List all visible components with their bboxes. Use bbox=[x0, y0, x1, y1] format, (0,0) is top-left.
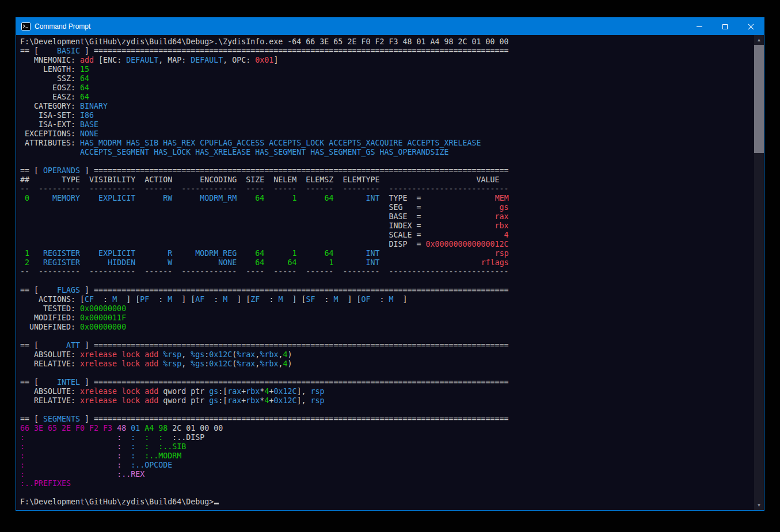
window-title: Command Prompt bbox=[35, 22, 686, 30]
console-text-segment: LENGTH: bbox=[20, 65, 80, 74]
console-text-segment: SEG = bbox=[20, 203, 421, 212]
close-icon bbox=[748, 24, 754, 30]
console-text-segment: MEM bbox=[421, 194, 509, 202]
console-text-segment: 64 bbox=[273, 258, 296, 267]
console-text-segment: RELATIVE: bbox=[20, 396, 80, 405]
console-text-segment: 0x12C bbox=[273, 387, 296, 396]
console-text-segment: gs bbox=[209, 387, 218, 396]
console-text-segment: :..SIB bbox=[158, 442, 186, 451]
console-text-segment bbox=[25, 433, 117, 442]
console-text-segment: 64 bbox=[80, 93, 89, 101]
console-line: 1 REGISTER EXPLICIT R MODRM_REG 64 1 64 … bbox=[20, 249, 752, 258]
console-text-segment: W bbox=[144, 258, 172, 267]
console-line: == [ INTEL ] ===========================… bbox=[20, 378, 752, 387]
console-text-segment bbox=[121, 451, 131, 460]
console-text-segment: ISA-EXT: bbox=[20, 120, 80, 129]
console-text-segment: 66 3E 65 2E F0 F2 F3 bbox=[20, 424, 117, 433]
console-line: ACCEPTS_SEGMENT HAS_LOCK HAS_XRELEASE HA… bbox=[20, 148, 752, 157]
console-text-segment bbox=[333, 194, 343, 202]
console-text-segment: rax bbox=[227, 387, 241, 396]
console-text-segment: -- --------- ---------- ------ ---------… bbox=[20, 267, 509, 276]
console-text-segment: xrelease lock add bbox=[80, 359, 163, 368]
console-text-segment: :..DISP bbox=[172, 433, 204, 442]
console-text-segment: : bbox=[144, 433, 149, 442]
console-text-segment: REGISTER bbox=[39, 258, 80, 267]
console-text-segment bbox=[29, 194, 39, 202]
console-text-segment: 0x01 bbox=[255, 56, 273, 64]
console-text-segment bbox=[172, 194, 181, 202]
console-text-segment: : bbox=[131, 433, 135, 442]
console-text-segment bbox=[264, 194, 273, 202]
console-text-segment: 64 bbox=[246, 258, 264, 267]
console-text-segment: TYPE = bbox=[380, 194, 421, 202]
console-text-segment: :..REX bbox=[117, 470, 144, 479]
console-text-segment: RW bbox=[144, 194, 172, 202]
console-text-segment: : bbox=[20, 461, 25, 469]
console-line: RELATIVE: xrelease lock add qword ptr gs… bbox=[20, 396, 752, 405]
console-text-segment: HAS_MODRM HAS_SIB HAS_REX CPUFLAG_ACCESS… bbox=[80, 139, 481, 147]
console-text-segment: UNDEFINED: bbox=[20, 323, 80, 331]
console-text-segment: rflags bbox=[389, 258, 509, 267]
console-text-segment bbox=[121, 442, 131, 451]
console-line: : : :..OPCODE bbox=[20, 461, 752, 470]
console-text-segment bbox=[29, 249, 39, 258]
console-text-segment: == [ bbox=[20, 378, 43, 386]
scroll-up-icon[interactable]: ▲ bbox=[754, 35, 764, 45]
console-text-segment: xrelease lock add bbox=[80, 387, 163, 396]
titlebar[interactable]: Command Prompt bbox=[16, 18, 764, 35]
scrollbar[interactable]: ▲ ▼ bbox=[754, 35, 764, 510]
console-viewport[interactable]: F:\Development\GitHub\zydis\Build64\Debu… bbox=[16, 35, 764, 510]
console-text-segment bbox=[121, 461, 131, 469]
console-line bbox=[20, 488, 752, 497]
console-line: 0 MEMORY EXPLICIT RW MODRM_RM 64 1 64 IN… bbox=[20, 194, 752, 203]
console-text-segment: ) bbox=[287, 359, 292, 368]
console-text-segment: rax bbox=[227, 396, 241, 405]
console-text-segment: %rsp bbox=[163, 350, 181, 359]
console-text-segment: M bbox=[389, 295, 394, 304]
console-text-segment: PF bbox=[140, 295, 149, 304]
console-text-segment: rbx bbox=[421, 221, 508, 230]
console-line: == [ ATT ] =============================… bbox=[20, 341, 752, 350]
console-text-segment: OPERANDS bbox=[43, 166, 80, 175]
scrollbar-thumb[interactable] bbox=[754, 45, 764, 153]
console-line: UNDEFINED: 0x00000000 bbox=[20, 323, 752, 332]
console-text-segment: ] ======================================… bbox=[80, 47, 509, 55]
console-text-segment: MODRM_RM bbox=[181, 194, 237, 202]
console-text-segment bbox=[135, 442, 144, 451]
console-text-segment: : bbox=[315, 295, 333, 304]
console-text-segment bbox=[135, 249, 144, 258]
console-text-segment: :[ bbox=[218, 387, 227, 396]
console-line: : :..REX bbox=[20, 470, 752, 479]
console-text-segment: M bbox=[334, 295, 338, 304]
close-button[interactable] bbox=[738, 18, 764, 35]
console-text-segment bbox=[237, 194, 246, 202]
console-text-segment: , bbox=[181, 350, 191, 359]
cmd-app-icon[interactable] bbox=[21, 22, 31, 31]
console-text-segment: %gs bbox=[191, 359, 204, 368]
console-text-segment: 1 bbox=[306, 258, 333, 267]
console-line: -- --------- ---------- ------ ---------… bbox=[20, 185, 752, 194]
console-text-segment: INT bbox=[343, 249, 380, 258]
console-text-segment: R bbox=[144, 249, 172, 258]
console-text-segment: 64 bbox=[80, 83, 89, 92]
console-line: ACTIONS: [CF : M ] [PF : M ] [AF : M ] [… bbox=[20, 295, 752, 304]
console-text-segment: ISA-SET: bbox=[20, 111, 80, 120]
minimize-button[interactable] bbox=[686, 18, 712, 35]
console-text-segment: ], bbox=[296, 387, 310, 396]
maximize-button[interactable] bbox=[712, 18, 738, 35]
console-text-segment: rsp bbox=[310, 387, 324, 396]
console-text-segment bbox=[149, 433, 158, 442]
console-text-segment: [ENC: bbox=[94, 56, 126, 64]
console-line: ISA-SET: I86 bbox=[20, 111, 752, 120]
console-text-segment: : bbox=[260, 295, 278, 304]
console-text-segment bbox=[135, 194, 144, 202]
console-text-segment: , MAP: bbox=[158, 56, 191, 64]
console-text-segment: %gs bbox=[191, 350, 204, 359]
console-line: ISA-EXT: BASE bbox=[20, 120, 752, 129]
scroll-down-icon[interactable]: ▼ bbox=[754, 500, 764, 510]
console-line bbox=[20, 369, 752, 378]
console-text-segment: CATEGORY: bbox=[20, 102, 80, 110]
console-text-segment: : bbox=[20, 470, 25, 479]
console-line bbox=[20, 332, 752, 341]
console-text-segment: 64 bbox=[246, 249, 264, 258]
